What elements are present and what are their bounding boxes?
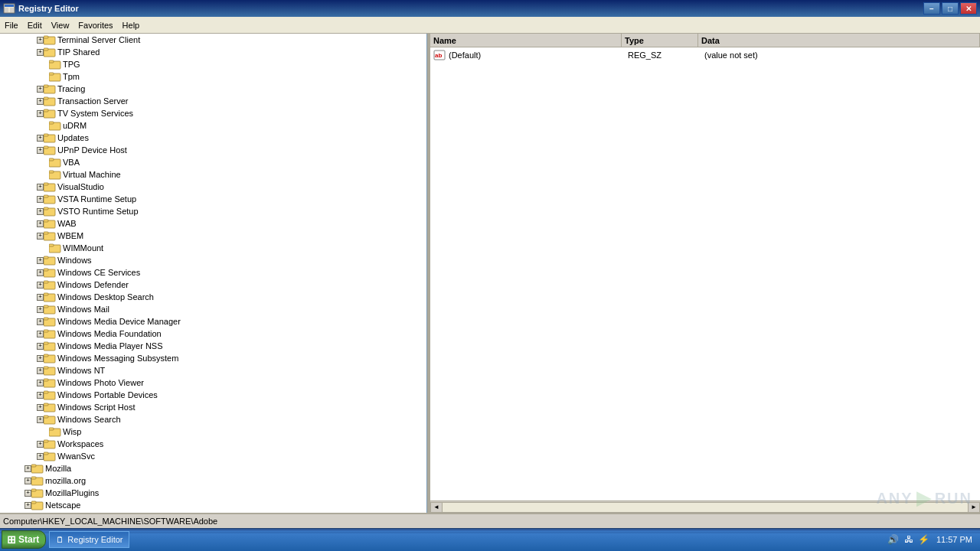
tree-expander[interactable]: + bbox=[37, 37, 44, 44]
tree-item-tpg[interactable]: TPG bbox=[0, 58, 426, 70]
tree-spacer bbox=[37, 242, 49, 254]
tree-item-windows[interactable]: + Windows bbox=[0, 254, 426, 266]
horizontal-scrollbar[interactable]: ◄ ► bbox=[430, 500, 980, 513]
tree-item-windows-portable-devices[interactable]: + Windows Portable Devices bbox=[0, 389, 426, 401]
close-button[interactable]: ✕ bbox=[960, 2, 977, 15]
tree-expander[interactable]: + bbox=[37, 306, 44, 313]
tray-battery-icon[interactable]: ⚡ bbox=[918, 533, 930, 546]
tree-expander[interactable]: + bbox=[37, 380, 44, 386]
tree-expander[interactable]: + bbox=[37, 233, 44, 240]
folder-icon bbox=[44, 303, 56, 315]
tree-item-windows-script-host[interactable]: + Windows Script Host bbox=[0, 401, 426, 413]
restore-button[interactable]: □ bbox=[942, 2, 959, 15]
tree-indent bbox=[0, 474, 12, 487]
tree-item-windows-messaging-subsystem[interactable]: + Windows Messaging Subsystem bbox=[0, 352, 426, 364]
tree-expander[interactable]: + bbox=[37, 98, 44, 105]
tree-expander[interactable]: + bbox=[37, 135, 44, 142]
start-button[interactable]: ⊞ Start bbox=[2, 530, 46, 549]
tree-expander[interactable]: + bbox=[37, 392, 44, 399]
tree-item-windows-ce-services[interactable]: + Windows CE Services bbox=[0, 266, 426, 279]
tree-expander[interactable]: + bbox=[24, 465, 31, 472]
tree-indent bbox=[24, 254, 37, 266]
tree-expander[interactable]: + bbox=[37, 416, 44, 423]
tree-expander[interactable]: + bbox=[37, 196, 44, 203]
tree-item-windows-nt[interactable]: + Windows NT bbox=[0, 364, 426, 377]
tree-expander[interactable]: + bbox=[24, 478, 31, 484]
tree-expander[interactable]: + bbox=[37, 355, 44, 362]
tree-spacer bbox=[37, 119, 49, 132]
tree-content[interactable]: + Terminal Server Client+ TIP Shared TPG… bbox=[0, 34, 426, 513]
menu-file[interactable]: File bbox=[0, 18, 23, 32]
scroll-left-btn[interactable]: ◄ bbox=[430, 502, 443, 513]
tree-indent bbox=[24, 70, 37, 83]
tree-expander[interactable]: + bbox=[37, 49, 44, 56]
tree-item-tip-shared[interactable]: + TIP Shared bbox=[0, 46, 426, 58]
tree-item-tpm[interactable]: Tpm bbox=[0, 70, 426, 83]
tree-expander[interactable]: + bbox=[37, 343, 44, 350]
svg-rect-21 bbox=[44, 134, 48, 136]
tree-expander[interactable]: + bbox=[37, 441, 44, 448]
tree-expander[interactable]: + bbox=[24, 502, 31, 509]
tray-network-icon[interactable]: 🖧 bbox=[903, 533, 915, 546]
tree-item-windows-desktop-search[interactable]: + Windows Desktop Search bbox=[0, 291, 426, 303]
tree-item-udrm[interactable]: uDRM bbox=[0, 119, 426, 132]
tree-indent bbox=[12, 242, 24, 254]
tree-expander[interactable]: + bbox=[37, 367, 44, 374]
tree-expander[interactable]: + bbox=[24, 490, 31, 497]
menu-view[interactable]: View bbox=[47, 18, 74, 32]
tree-expander[interactable]: + bbox=[37, 220, 44, 227]
tree-item-windows-media-player-nss[interactable]: + Windows Media Player NSS bbox=[0, 340, 426, 352]
tree-item-windows-media-device-manager[interactable]: + Windows Media Device Manager bbox=[0, 315, 426, 328]
minimize-button[interactable]: − bbox=[923, 2, 940, 15]
tree-item-mozilla-org[interactable]: + mozilla.org bbox=[0, 474, 426, 487]
tree-expander[interactable]: + bbox=[37, 318, 44, 325]
tree-item-mozilla-plugins[interactable]: + MozillaPlugins bbox=[0, 487, 426, 499]
tree-item-vsto-runtime[interactable]: + VSTO Runtime Setup bbox=[0, 205, 426, 217]
tree-item-windows-search[interactable]: + Windows Search bbox=[0, 413, 426, 425]
tree-expander[interactable]: + bbox=[37, 208, 44, 215]
taskbar-clock[interactable]: 11:57 PM bbox=[933, 535, 975, 544]
tree-expander[interactable]: + bbox=[37, 147, 44, 154]
tree-item-windows-mail[interactable]: + Windows Mail bbox=[0, 303, 426, 315]
tree-expander[interactable]: + bbox=[37, 453, 44, 460]
tree-item-terminal-server-client[interactable]: + Terminal Server Client bbox=[0, 34, 426, 46]
tree-expander[interactable]: + bbox=[37, 269, 44, 276]
tree-item-wimmount[interactable]: WIMMount bbox=[0, 242, 426, 254]
tray-sound-icon[interactable]: 🔊 bbox=[887, 533, 900, 546]
tree-item-wbem[interactable]: + WBEM bbox=[0, 230, 426, 242]
menu-favorites[interactable]: Favorites bbox=[74, 18, 117, 32]
tree-item-visual-studio[interactable]: + VisualStudio bbox=[0, 181, 426, 193]
tree-item-windows-photo-viewer[interactable]: + Windows Photo Viewer bbox=[0, 377, 426, 389]
tree-expander[interactable]: + bbox=[37, 294, 44, 301]
svg-rect-7 bbox=[44, 48, 48, 51]
tree-expander[interactable]: + bbox=[37, 110, 44, 117]
tree-expander[interactable]: + bbox=[37, 257, 44, 264]
tree-item-upnp-device-host[interactable]: + UPnP Device Host bbox=[0, 144, 426, 156]
tree-item-workspaces[interactable]: + Workspaces bbox=[0, 438, 426, 450]
tree-expander[interactable]: + bbox=[37, 86, 44, 93]
tree-item-netscape[interactable]: + Netscape bbox=[0, 499, 426, 511]
tree-item-updates[interactable]: + Updates bbox=[0, 132, 426, 144]
tree-item-vsta-runtime[interactable]: + VSTA Runtime Setup bbox=[0, 193, 426, 205]
tree-expander[interactable]: + bbox=[37, 282, 44, 289]
tree-expander[interactable]: + bbox=[37, 184, 44, 191]
tree-item-tv-system-services[interactable]: + TV System Services bbox=[0, 107, 426, 119]
taskbar-registry-editor[interactable]: 🗒 Registry Editor bbox=[49, 531, 129, 548]
menu-help[interactable]: Help bbox=[118, 18, 145, 32]
menu-edit[interactable]: Edit bbox=[23, 18, 47, 32]
tree-item-tracing[interactable]: + Tracing bbox=[0, 83, 426, 95]
tree-item-windows-media-foundation[interactable]: + Windows Media Foundation bbox=[0, 328, 426, 340]
tree-item-transaction-server[interactable]: + Transaction Server bbox=[0, 95, 426, 107]
tree-item-wab[interactable]: + WAB bbox=[0, 217, 426, 230]
tree-item-mozilla[interactable]: + Mozilla bbox=[0, 462, 426, 474]
tree-expander[interactable]: + bbox=[37, 331, 44, 337]
tree-item-wisp[interactable]: Wisp bbox=[0, 425, 426, 438]
tree-indent bbox=[24, 352, 37, 364]
scroll-right-btn[interactable]: ► bbox=[968, 502, 980, 513]
tree-item-wwansvc[interactable]: + WwanSvc bbox=[0, 450, 426, 462]
tree-item-windows-defender[interactable]: + Windows Defender bbox=[0, 279, 426, 291]
tree-item-virtual-machine[interactable]: Virtual Machine bbox=[0, 168, 426, 181]
registry-row[interactable]: ab (Default) REG_SZ (value not set) bbox=[430, 49, 980, 61]
tree-expander[interactable]: + bbox=[37, 404, 44, 411]
tree-item-vba[interactable]: VBA bbox=[0, 156, 426, 168]
